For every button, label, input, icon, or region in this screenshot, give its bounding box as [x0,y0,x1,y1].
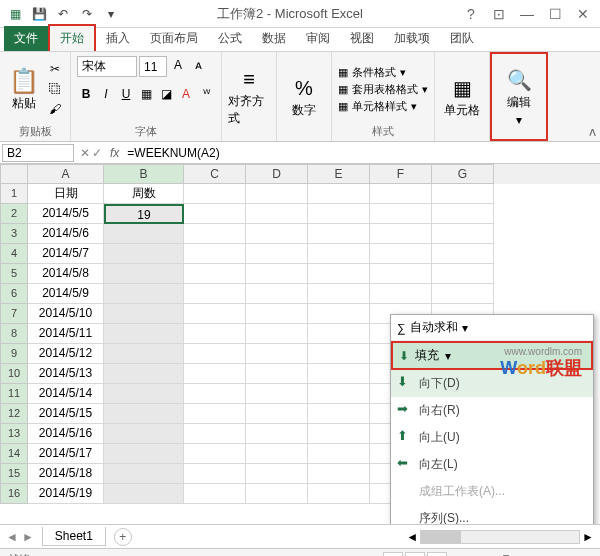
collapse-ribbon-icon[interactable]: ʌ [589,125,596,139]
col-header-d[interactable]: D [246,164,308,184]
row-header[interactable]: 8 [0,324,28,344]
cell[interactable] [184,204,246,224]
cell[interactable]: 2014/5/14 [28,384,104,404]
tab-addin[interactable]: 加载项 [384,26,440,51]
cell[interactable] [308,204,370,224]
cell[interactable] [308,184,370,204]
minimize-icon[interactable]: — [514,3,540,25]
tab-formula[interactable]: 公式 [208,26,252,51]
cell[interactable] [246,344,308,364]
tab-insert[interactable]: 插入 [96,26,140,51]
enter-formula-icon[interactable]: ✓ [92,146,102,160]
sheet-tab-1[interactable]: Sheet1 [42,527,106,546]
cell[interactable]: 2014/5/17 [28,444,104,464]
fill-item[interactable]: ⬇填充▾ [391,341,593,370]
cell[interactable] [184,264,246,284]
row-header[interactable]: 9 [0,344,28,364]
page-layout-view-button[interactable] [405,552,425,557]
cell[interactable] [184,364,246,384]
fill-series-item[interactable]: 序列(S)... [391,505,593,524]
phonetic-icon[interactable]: ᵂ [197,85,215,103]
cell[interactable] [104,304,184,324]
conditional-format-button[interactable]: ▦条件格式▾ [338,65,428,80]
cell[interactable] [246,224,308,244]
cell[interactable]: 2014/5/12 [28,344,104,364]
fx-icon[interactable]: fx [106,146,123,160]
scroll-left-icon[interactable]: ◄ [406,530,418,544]
cell[interactable] [308,324,370,344]
tab-review[interactable]: 审阅 [296,26,340,51]
font-size-select[interactable]: 11 [139,56,167,77]
cancel-formula-icon[interactable]: ✕ [80,146,90,160]
cell[interactable] [184,184,246,204]
format-painter-icon[interactable]: 🖌 [46,100,64,118]
col-header-c[interactable]: C [184,164,246,184]
cell[interactable] [370,264,432,284]
cell[interactable] [432,284,494,304]
font-color-icon[interactable]: A [177,85,195,103]
cell[interactable]: 2014/5/19 [28,484,104,504]
cell[interactable] [370,224,432,244]
help-icon[interactable]: ? [458,3,484,25]
cell[interactable] [184,444,246,464]
row-header[interactable]: 12 [0,404,28,424]
cell[interactable] [104,324,184,344]
cell[interactable] [104,424,184,444]
cell[interactable] [246,184,308,204]
cell-style-button[interactable]: ▦单元格样式▾ [338,99,428,114]
normal-view-button[interactable] [383,552,403,557]
row-header[interactable]: 13 [0,424,28,444]
ribbon-options-icon[interactable]: ⊡ [486,3,512,25]
cell[interactable] [184,404,246,424]
col-header-e[interactable]: E [308,164,370,184]
cell[interactable]: 2014/5/15 [28,404,104,424]
cell[interactable] [184,464,246,484]
cell[interactable] [246,264,308,284]
tab-page-layout[interactable]: 页面布局 [140,26,208,51]
cell[interactable] [308,424,370,444]
row-header[interactable]: 11 [0,384,28,404]
row-header[interactable]: 6 [0,284,28,304]
cell[interactable] [184,384,246,404]
formula-input[interactable]: =WEEKNUM(A2) [123,145,600,161]
cell[interactable]: 2014/5/10 [28,304,104,324]
scroll-thumb[interactable] [421,531,461,543]
cell[interactable]: 2014/5/16 [28,424,104,444]
row-header[interactable]: 15 [0,464,28,484]
cell[interactable] [246,204,308,224]
cell[interactable]: 周数 [104,184,184,204]
cell[interactable]: 2014/5/18 [28,464,104,484]
horizontal-scrollbar[interactable]: ◄ ► [140,530,594,544]
bold-button[interactable]: B [77,85,95,103]
border-icon[interactable]: ▦ [137,85,155,103]
fill-down-item[interactable]: ⬇向下(D) [391,370,593,397]
row-header[interactable]: 16 [0,484,28,504]
row-header[interactable]: 1 [0,184,28,204]
cell[interactable] [370,204,432,224]
cell[interactable] [432,184,494,204]
col-header-g[interactable]: G [432,164,494,184]
increase-font-icon[interactable]: A [169,56,187,74]
cell[interactable] [370,184,432,204]
cells-button[interactable]: ▦ 单元格 [441,76,483,119]
cell[interactable] [246,364,308,384]
cell[interactable] [104,464,184,484]
cell[interactable] [184,424,246,444]
redo-icon[interactable]: ↷ [76,3,98,25]
row-header[interactable]: 2 [0,204,28,224]
scroll-right-icon[interactable]: ► [582,530,594,544]
autosum-item[interactable]: ∑自动求和▾ [391,315,593,341]
cell[interactable]: 2014/5/9 [28,284,104,304]
table-format-button[interactable]: ▦套用表格格式▾ [338,82,428,97]
tab-view[interactable]: 视图 [340,26,384,51]
cell[interactable] [104,484,184,504]
undo-icon[interactable]: ↶ [52,3,74,25]
cell[interactable] [308,444,370,464]
cell[interactable] [308,464,370,484]
col-header-f[interactable]: F [370,164,432,184]
alignment-button[interactable]: ≡ 对齐方式 [228,68,270,127]
fill-left-item[interactable]: ⬅向左(L) [391,451,593,478]
tab-file[interactable]: 文件 [4,26,48,51]
italic-button[interactable]: I [97,85,115,103]
save-icon[interactable]: 💾 [28,3,50,25]
